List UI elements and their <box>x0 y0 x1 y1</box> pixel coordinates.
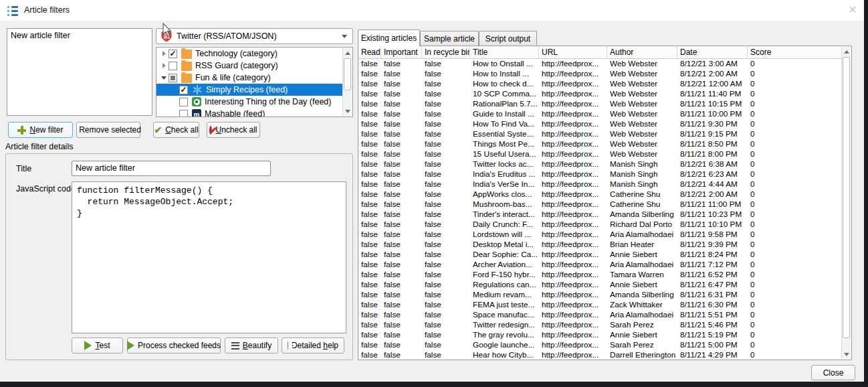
table-cell: http://feedprox... <box>539 320 607 330</box>
table-row[interactable]: falsefalsefalseHow to Onstall ...http://… <box>358 59 841 69</box>
table-row[interactable]: falsefalsefalseHow to Install ...http://… <box>358 69 841 79</box>
remove-selected-button[interactable]: Remove selected <box>76 122 140 138</box>
close-button[interactable]: Close <box>811 365 855 380</box>
table-cell: http://feedprox... <box>539 69 607 79</box>
table-row[interactable]: falsefalsefalseGoogle launche...http://f… <box>358 340 841 350</box>
account-dropdown[interactable]: Twitter (RSS/ATOM/JSON) <box>156 28 353 44</box>
title-input[interactable]: New article filter <box>72 161 271 176</box>
column-header-date[interactable]: Date <box>677 46 748 58</box>
expander-collapsed-icon[interactable] <box>159 61 169 70</box>
table-cell: http://feedprox... <box>539 179 607 189</box>
table-row[interactable]: falsefalsefalseDear Sophie: Ca...http://… <box>358 250 841 260</box>
table-row[interactable]: falsefalsefalseHear how Cityb...http://f… <box>358 350 841 360</box>
detailed-help-button[interactable]: Detailed help <box>282 337 344 354</box>
table-row[interactable]: falsefalsefalseThings Most Pe...http://f… <box>358 139 841 149</box>
column-header-author[interactable]: Author <box>607 46 677 58</box>
table-header[interactable]: ReadImportantIn recycle binTitleURLAutho… <box>358 46 841 59</box>
js-code-editor[interactable]: function filterMessage() { return Messag… <box>72 181 346 333</box>
expander-collapsed-icon[interactable] <box>159 49 169 58</box>
table-row[interactable]: falsefalsefalseThe gray revolu...http://… <box>358 330 841 340</box>
tree-item[interactable]: Simply Recipes (feed) <box>156 84 343 96</box>
table-cell: Web Webster <box>607 79 677 89</box>
table-row[interactable]: falsefalsefalse15 Useful Usera...http://… <box>358 149 841 159</box>
tree-item[interactable]: RSS Guard (category) <box>156 60 343 72</box>
table-cell: false <box>358 270 381 280</box>
table-row[interactable]: falsefalsefalseEssential Syste...http://… <box>358 129 841 139</box>
checkbox-unchecked[interactable] <box>169 62 177 70</box>
table-cell: http://feedprox... <box>539 330 607 340</box>
uncheck-all-button[interactable]: Uncheck all <box>207 122 260 138</box>
checkbox-checked[interactable] <box>179 86 188 94</box>
column-header-important[interactable]: Important <box>381 46 422 58</box>
table-scrollbar[interactable] <box>841 47 851 359</box>
tree-scrollbar[interactable] <box>342 48 352 116</box>
table-cell: http://feedprox... <box>539 270 607 280</box>
title-bar[interactable]: Article filters ✕ <box>0 0 864 21</box>
table-cell: http://feedprox... <box>539 159 607 169</box>
table-row[interactable]: falsefalsefalseDesktop Metal i...http://… <box>358 240 841 250</box>
process-checked-feeds-button[interactable]: Process checked feeds <box>127 337 221 354</box>
tree-item[interactable]: mMashable (feed) <box>156 108 343 117</box>
table-cell: Lordstown will ... <box>470 230 539 240</box>
scrollbar-thumb[interactable] <box>344 58 351 90</box>
table-row[interactable]: falsefalsefalseTinder's interact...http:… <box>358 210 841 220</box>
tree-item[interactable]: Technology (category) <box>156 48 343 60</box>
table-row[interactable]: falsefalsefalseRationalPlan 5.7...http:/… <box>358 99 841 109</box>
check-all-button[interactable]: ✔ Check all <box>153 122 199 138</box>
table-row[interactable]: falsefalsefalseHow To Find Va...http://f… <box>358 119 841 129</box>
tree-item[interactable]: Fun & life (category) <box>156 72 343 84</box>
table-row[interactable]: falsefalsefalseMushroom-bas...http://fee… <box>358 200 841 210</box>
test-button[interactable]: Test <box>72 337 123 354</box>
table-row[interactable]: falsefalsefalseMedium revam...http://fee… <box>358 290 841 300</box>
scroll-up-icon[interactable] <box>343 48 352 58</box>
table-row[interactable]: falsefalsefalseHow to check d...http://f… <box>358 79 841 89</box>
scrollbar-thumb[interactable] <box>843 57 850 338</box>
tab-existing-articles[interactable]: Existing articles <box>358 29 420 46</box>
table-row[interactable]: falsefalsefalseFord F-150 hybr...http://… <box>358 270 841 280</box>
table-row[interactable]: falsefalsefalseSpace manufac...http://fe… <box>358 310 841 320</box>
close-icon[interactable]: ✕ <box>847 4 859 16</box>
tab-script-output[interactable]: Script output <box>479 31 537 46</box>
table-row[interactable]: falsefalsefalseIndia's VerSe In...http:/… <box>358 179 841 189</box>
table-row[interactable]: falsefalsefalseFEMA just teste...http://… <box>358 300 841 310</box>
scroll-down-icon[interactable] <box>842 350 851 359</box>
table-cell: false <box>422 220 470 230</box>
column-header-score[interactable]: Score <box>748 46 843 58</box>
table-row[interactable]: falsefalsefalseGuide to Install ...http:… <box>358 109 841 119</box>
table-row[interactable]: falsefalsefalseLordstown will ...http://… <box>358 230 841 240</box>
account-dropdown-value: Twitter (RSS/ATOM/JSON) <box>177 31 277 41</box>
title-field-label: Title <box>16 164 31 173</box>
table-row[interactable]: falsefalsefalseAppWorks clos...http://fe… <box>358 189 841 200</box>
tab-sample-article[interactable]: Sample article <box>420 31 479 46</box>
checkbox-partial[interactable] <box>169 74 177 82</box>
table-cell: 8/12/21 2:00 AM <box>677 189 748 200</box>
checkbox-checked[interactable] <box>169 50 177 58</box>
column-header-read[interactable]: Read <box>358 46 381 58</box>
table-cell: http://feedprox... <box>539 230 607 240</box>
table-row[interactable]: falsefalsefalse10 SCP Comma...http://fee… <box>358 89 841 99</box>
new-filter-button[interactable]: New filter <box>8 122 73 138</box>
table-cell: false <box>381 99 422 109</box>
beautify-button[interactable]: Beautify <box>225 337 278 354</box>
list-item[interactable]: New article filter <box>7 29 152 42</box>
filters-list[interactable]: New article filter <box>7 28 152 116</box>
checkbox-unchecked[interactable] <box>179 98 188 106</box>
table-row[interactable]: falsefalsefalseRegulations can...http://… <box>358 280 841 290</box>
column-header-in-recycle-bin[interactable]: In recycle bin <box>422 46 470 58</box>
table-row[interactable]: falsefalsefalseArcher Aviation...http://… <box>358 260 841 270</box>
table-row[interactable]: falsefalsefalseTwitter redesign...http:/… <box>358 320 841 330</box>
scroll-down-icon[interactable] <box>343 106 352 116</box>
tree-item[interactable]: Interesting Thing of the Day (feed) <box>156 96 343 108</box>
table-cell: Web Webster <box>607 69 677 79</box>
scroll-up-icon[interactable] <box>842 47 851 56</box>
table-row[interactable]: falsefalsefalseIndia's Eruditus ...http:… <box>358 169 841 179</box>
column-header-url[interactable]: URL <box>539 46 607 58</box>
checkbox-unchecked[interactable] <box>179 110 188 118</box>
table-row[interactable]: falsefalsefalseTwitter locks ac...http:/… <box>358 159 841 169</box>
expander-expanded-icon[interactable] <box>159 73 169 82</box>
table-cell: Annie Siebert <box>607 330 677 340</box>
table-cell: false <box>358 290 381 300</box>
table-row[interactable]: falsefalsefalseDaily Crunch: F...http://… <box>358 220 841 230</box>
column-header-title[interactable]: Title <box>470 46 539 58</box>
table-cell: false <box>358 79 381 89</box>
